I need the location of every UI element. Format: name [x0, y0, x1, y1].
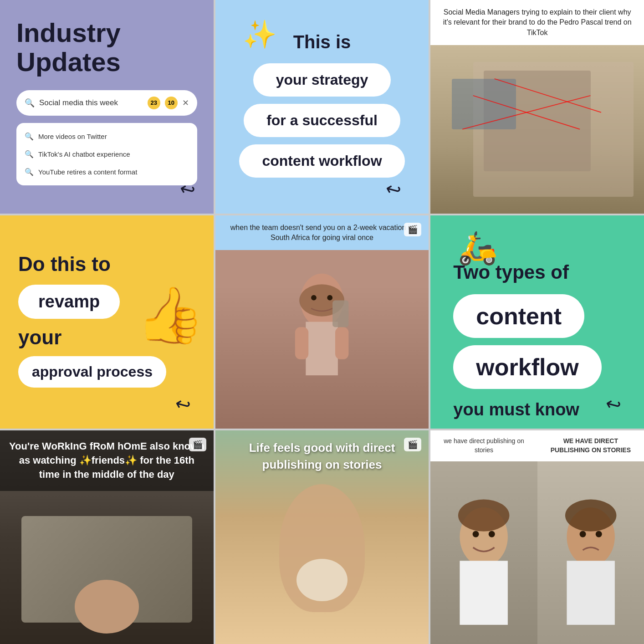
caption-direct-right: WE HAVE DIRECT PUBLISHING ON STORIES	[537, 430, 644, 461]
notification-badge-1: 23	[148, 97, 160, 109]
svg-point-8	[311, 295, 317, 300]
cell-life-good: Life feels good with direct publishing o…	[215, 430, 429, 644]
notification-badge-2: 10	[165, 97, 178, 109]
search-icon: 🔍	[25, 98, 35, 108]
string-lines	[430, 45, 644, 213]
cell-direct-publishing: we have direct publishing on stories WE …	[430, 430, 644, 644]
strategy-pill-1: your strategy	[253, 63, 391, 97]
arrow-icon-6: ↩	[603, 393, 624, 417]
svg-rect-5	[295, 327, 308, 359]
search-result-icon-2: 🔍	[25, 150, 34, 158]
content-grid: Industry Updates 🔍 Social media this wee…	[0, 0, 644, 644]
charlie-caption: Social Media Managers trying to explain …	[430, 0, 644, 45]
svg-point-15	[458, 499, 509, 531]
strategy-pill-3: content workflow	[239, 144, 404, 178]
cell-phone-meme: when the team doesn't send you on a 2-we…	[215, 215, 429, 429]
svg-point-18	[579, 531, 586, 537]
svg-rect-6	[335, 327, 348, 359]
cup-art	[296, 559, 348, 602]
cell-revamp: Do this to revamp your approval process …	[0, 215, 214, 429]
search-result-text-3: YouTube retires a content format	[38, 168, 137, 176]
girl-svg	[258, 268, 386, 429]
search-result-icon-1: 🔍	[25, 132, 34, 141]
person-face-art	[75, 580, 139, 633]
arrow-icon-2: ↩	[383, 177, 404, 201]
strategy-pill-2: for a successful	[244, 104, 400, 137]
svg-point-13	[473, 531, 479, 537]
scooter-emoji: 🛵	[458, 229, 497, 266]
cell-two-types: 🛵 Two types of content workflow you must…	[430, 215, 644, 429]
cell-strategy: ✨ This is your strategy for a successful…	[215, 0, 429, 214]
revamp-pill-1: revamp	[18, 285, 120, 319]
svg-rect-17	[567, 561, 614, 625]
search-results: 🔍 More videos on Twitter 🔍 TikTok's AI c…	[16, 123, 197, 185]
search-result-3[interactable]: 🔍 YouTube retires a content format	[16, 163, 197, 181]
search-result-1[interactable]: 🔍 More videos on Twitter	[16, 128, 197, 145]
arrow-icon-4: ↩	[173, 393, 193, 417]
strategy-intro: This is	[293, 32, 351, 52]
phone-scene-art	[215, 250, 429, 429]
thumbsup-emoji: 👍	[136, 283, 204, 348]
do-this-text: Do this to	[18, 253, 111, 276]
svg-point-19	[595, 531, 602, 537]
svg-point-14	[489, 531, 495, 537]
joey-right-svg	[537, 461, 644, 644]
svg-point-20	[565, 499, 616, 531]
search-box[interactable]: 🔍 Social media this week 23 10 ✕	[16, 90, 197, 116]
search-input-text: Social media this week	[39, 98, 143, 107]
search-result-icon-3: 🔍	[25, 168, 34, 176]
svg-point-9	[327, 295, 333, 300]
industry-updates-title: Industry Updates	[16, 18, 197, 77]
phone-meme-caption: when the team doesn't send you on a 2-we…	[215, 215, 429, 250]
two-types-pill-1: content	[453, 294, 584, 338]
sparkle-icon: ✨	[243, 18, 277, 51]
joey-left-svg	[430, 461, 537, 644]
search-result-text-1: More videos on Twitter	[38, 133, 107, 140]
svg-rect-12	[460, 561, 508, 625]
joey-image-right	[537, 461, 644, 644]
svg-line-2	[463, 96, 591, 129]
video-badge-8: 🎬	[404, 438, 421, 451]
cell-industry-updates: Industry Updates 🔍 Social media this wee…	[0, 0, 214, 214]
you-must-text: you must know	[453, 400, 579, 419]
two-types-pill-2: workflow	[453, 345, 601, 389]
video-badge-7: 🎬	[189, 438, 206, 451]
wfh-caption: You're WoRkInG fRoM hOmE also known as w…	[0, 430, 214, 491]
phone-meme-image	[215, 250, 429, 429]
cell-wfh: You're WoRkInG fRoM hOmE also known as w…	[0, 430, 214, 644]
revamp-pill-2: approval process	[18, 356, 166, 388]
caption-direct-left: we have direct publishing on stories	[430, 430, 537, 461]
joey-image-left	[430, 461, 537, 644]
charlie-scene-art	[430, 45, 644, 213]
your-text: your	[18, 326, 61, 349]
search-result-2[interactable]: 🔍 TikTok's AI chatbot experience	[16, 145, 197, 163]
cell-charlie-meme: Social Media Managers trying to explain …	[430, 0, 644, 214]
svg-rect-4	[306, 322, 338, 375]
close-icon[interactable]: ✕	[182, 98, 189, 108]
video-badge-5: 🎬	[404, 223, 421, 236]
charlie-image	[430, 45, 644, 213]
search-result-text-2: TikTok's AI chatbot experience	[38, 150, 130, 158]
life-good-caption: Life feels good with direct publishing o…	[215, 430, 429, 482]
svg-rect-10	[333, 300, 349, 327]
